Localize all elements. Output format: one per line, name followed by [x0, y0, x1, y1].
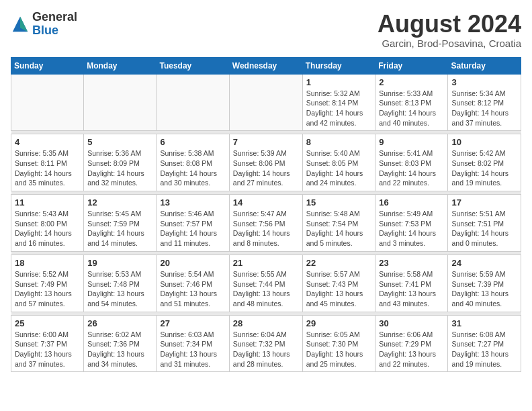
calendar-cell [11, 74, 84, 131]
day-info: Sunrise: 5:58 AM Sunset: 7:41 PM Dayligh… [379, 269, 444, 309]
calendar-title: August 2024 [378, 11, 521, 38]
day-info: Sunrise: 5:53 AM Sunset: 7:48 PM Dayligh… [87, 269, 152, 309]
day-info: Sunrise: 6:00 AM Sunset: 7:37 PM Dayligh… [15, 330, 80, 369]
day-number: 30 [379, 318, 444, 328]
calendar-cell: 9Sunrise: 5:41 AM Sunset: 8:03 PM Daylig… [375, 134, 448, 191]
calendar-cell: 28Sunrise: 6:04 AM Sunset: 7:32 PM Dayli… [229, 315, 302, 372]
calendar-cell: 26Sunrise: 6:02 AM Sunset: 7:36 PM Dayli… [84, 315, 157, 372]
day-number: 27 [160, 318, 225, 328]
day-number: 6 [160, 137, 225, 147]
day-number: 12 [87, 197, 152, 208]
calendar-subtitle: Garcin, Brod-Posavina, Croatia [378, 38, 521, 49]
day-number: 14 [233, 197, 299, 208]
calendar-cell [229, 74, 302, 131]
day-number: 5 [87, 137, 152, 147]
calendar-cell: 10Sunrise: 5:42 AM Sunset: 8:02 PM Dayli… [448, 134, 521, 191]
day-info: Sunrise: 5:45 AM Sunset: 7:59 PM Dayligh… [87, 209, 152, 248]
day-number: 25 [15, 318, 80, 328]
logo-blue-text: Blue [32, 24, 77, 38]
day-header-thursday: Thursday [302, 57, 375, 74]
day-number: 7 [233, 137, 299, 147]
calendar-cell: 16Sunrise: 5:49 AM Sunset: 7:53 PM Dayli… [375, 195, 448, 252]
logo-icon [11, 15, 30, 34]
calendar-cell [157, 74, 229, 131]
day-info: Sunrise: 5:59 AM Sunset: 7:39 PM Dayligh… [451, 269, 517, 309]
header: General Blue August 2024 Garcin, Brod-Po… [11, 11, 521, 49]
day-number: 21 [233, 258, 299, 268]
day-info: Sunrise: 6:05 AM Sunset: 7:30 PM Dayligh… [306, 330, 372, 369]
day-info: Sunrise: 6:02 AM Sunset: 7:36 PM Dayligh… [87, 330, 152, 369]
day-number: 22 [306, 258, 372, 268]
calendar-cell: 17Sunrise: 5:51 AM Sunset: 7:51 PM Dayli… [448, 195, 521, 252]
calendar-cell: 14Sunrise: 5:47 AM Sunset: 7:56 PM Dayli… [229, 195, 302, 252]
day-info: Sunrise: 6:03 AM Sunset: 7:34 PM Dayligh… [160, 330, 225, 369]
day-number: 24 [451, 258, 517, 268]
day-info: Sunrise: 5:35 AM Sunset: 8:11 PM Dayligh… [15, 148, 80, 188]
day-info: Sunrise: 5:38 AM Sunset: 8:08 PM Dayligh… [160, 148, 225, 188]
calendar-cell: 6Sunrise: 5:38 AM Sunset: 8:08 PM Daylig… [157, 134, 229, 191]
calendar-cell: 27Sunrise: 6:03 AM Sunset: 7:34 PM Dayli… [157, 315, 229, 372]
day-number: 2 [379, 77, 444, 87]
logo-text: General Blue [32, 11, 77, 38]
day-info: Sunrise: 6:04 AM Sunset: 7:32 PM Dayligh… [233, 330, 299, 369]
day-info: Sunrise: 5:54 AM Sunset: 7:46 PM Dayligh… [160, 269, 225, 309]
week-row-5: 25Sunrise: 6:00 AM Sunset: 7:37 PM Dayli… [11, 315, 521, 372]
day-number: 11 [15, 197, 80, 208]
calendar-cell: 5Sunrise: 5:36 AM Sunset: 8:09 PM Daylig… [84, 134, 157, 191]
calendar-table: SundayMondayTuesdayWednesdayThursdayFrid… [11, 57, 521, 373]
day-header-sunday: Sunday [11, 57, 84, 74]
day-number: 20 [160, 258, 225, 268]
calendar-cell: 30Sunrise: 6:06 AM Sunset: 7:29 PM Dayli… [375, 315, 448, 372]
logo: General Blue [11, 11, 77, 38]
calendar-cell [84, 74, 157, 131]
day-number: 23 [379, 258, 444, 268]
day-number: 15 [306, 197, 372, 208]
calendar-cell: 15Sunrise: 5:48 AM Sunset: 7:54 PM Dayli… [302, 195, 375, 252]
day-number: 18 [15, 258, 80, 268]
day-info: Sunrise: 5:33 AM Sunset: 8:13 PM Dayligh… [379, 89, 444, 128]
calendar-cell: 13Sunrise: 5:46 AM Sunset: 7:57 PM Dayli… [157, 195, 229, 252]
week-row-1: 1Sunrise: 5:32 AM Sunset: 8:14 PM Daylig… [11, 74, 521, 131]
calendar-cell: 2Sunrise: 5:33 AM Sunset: 8:13 PM Daylig… [375, 74, 448, 131]
day-info: Sunrise: 5:57 AM Sunset: 7:43 PM Dayligh… [306, 269, 372, 309]
day-number: 17 [451, 197, 517, 208]
logo-general-text: General [32, 11, 77, 24]
day-header-wednesday: Wednesday [229, 57, 302, 74]
day-number: 13 [160, 197, 225, 208]
day-number: 19 [87, 258, 152, 268]
title-area: August 2024 Garcin, Brod-Posavina, Croat… [378, 11, 521, 49]
week-row-3: 11Sunrise: 5:43 AM Sunset: 8:00 PM Dayli… [11, 195, 521, 252]
day-info: Sunrise: 5:46 AM Sunset: 7:57 PM Dayligh… [160, 209, 225, 248]
day-info: Sunrise: 5:41 AM Sunset: 8:03 PM Dayligh… [379, 148, 444, 188]
day-header-friday: Friday [375, 57, 448, 74]
calendar-cell: 1Sunrise: 5:32 AM Sunset: 8:14 PM Daylig… [302, 74, 375, 131]
day-number: 1 [306, 77, 372, 87]
calendar-cell: 18Sunrise: 5:52 AM Sunset: 7:49 PM Dayli… [11, 255, 84, 312]
calendar-cell: 4Sunrise: 5:35 AM Sunset: 8:11 PM Daylig… [11, 134, 84, 191]
day-info: Sunrise: 5:47 AM Sunset: 7:56 PM Dayligh… [233, 209, 299, 248]
day-number: 16 [379, 197, 444, 208]
day-info: Sunrise: 6:06 AM Sunset: 7:29 PM Dayligh… [379, 330, 444, 369]
day-number: 29 [306, 318, 372, 328]
day-info: Sunrise: 5:42 AM Sunset: 8:02 PM Dayligh… [451, 148, 517, 188]
calendar-cell: 3Sunrise: 5:34 AM Sunset: 8:12 PM Daylig… [448, 74, 521, 131]
calendar-cell: 31Sunrise: 6:08 AM Sunset: 7:27 PM Dayli… [448, 315, 521, 372]
day-info: Sunrise: 5:36 AM Sunset: 8:09 PM Dayligh… [87, 148, 152, 188]
calendar-cell: 23Sunrise: 5:58 AM Sunset: 7:41 PM Dayli… [375, 255, 448, 312]
calendar-cell: 8Sunrise: 5:40 AM Sunset: 8:05 PM Daylig… [302, 134, 375, 191]
day-info: Sunrise: 5:49 AM Sunset: 7:53 PM Dayligh… [379, 209, 444, 248]
day-number: 3 [451, 77, 517, 87]
day-info: Sunrise: 5:32 AM Sunset: 8:14 PM Dayligh… [306, 89, 372, 128]
week-row-2: 4Sunrise: 5:35 AM Sunset: 8:11 PM Daylig… [11, 134, 521, 191]
day-number: 26 [87, 318, 152, 328]
day-number: 4 [15, 137, 80, 147]
calendar-cell: 21Sunrise: 5:55 AM Sunset: 7:44 PM Dayli… [229, 255, 302, 312]
day-number: 28 [233, 318, 299, 328]
day-info: Sunrise: 5:51 AM Sunset: 7:51 PM Dayligh… [451, 209, 517, 248]
day-info: Sunrise: 5:34 AM Sunset: 8:12 PM Dayligh… [451, 89, 517, 128]
day-number: 10 [451, 137, 517, 147]
calendar-cell: 25Sunrise: 6:00 AM Sunset: 7:37 PM Dayli… [11, 315, 84, 372]
calendar-cell: 29Sunrise: 6:05 AM Sunset: 7:30 PM Dayli… [302, 315, 375, 372]
day-info: Sunrise: 5:48 AM Sunset: 7:54 PM Dayligh… [306, 209, 372, 248]
calendar-cell: 11Sunrise: 5:43 AM Sunset: 8:00 PM Dayli… [11, 195, 84, 252]
